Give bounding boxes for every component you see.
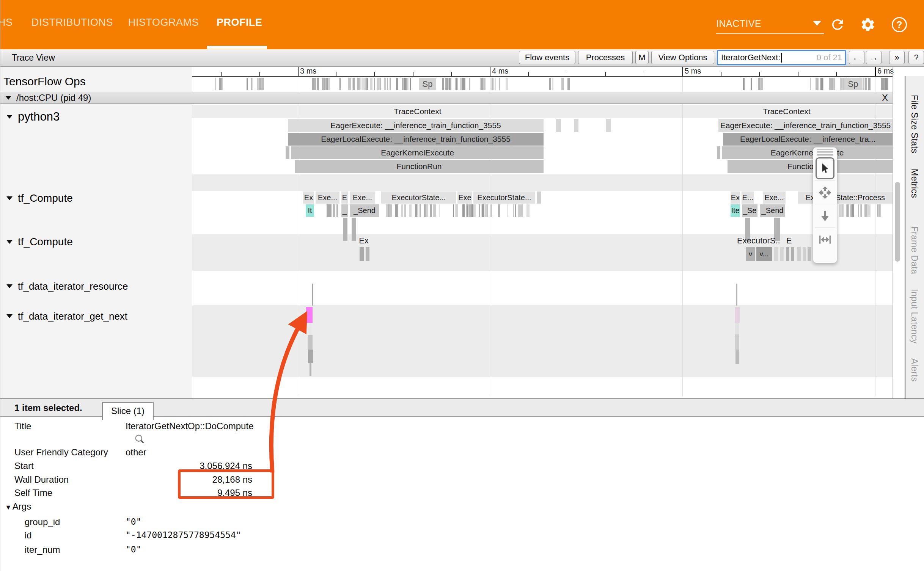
refresh-icon[interactable] (830, 17, 845, 33)
collapse-triangle-icon[interactable] (6, 196, 13, 200)
trace-slice[interactable]: _Send (760, 204, 785, 217)
sidebar-item-tf-compute[interactable]: tf_Compute (6, 235, 73, 249)
trace-slice-tick[interactable] (774, 247, 778, 261)
trace-slice-tick[interactable] (409, 204, 412, 217)
close-icon[interactable]: X (882, 93, 888, 103)
trace-slice-tick[interactable] (308, 323, 312, 335)
trace-slice-tick[interactable] (526, 204, 529, 217)
trace-slice-tick[interactable] (878, 204, 879, 217)
trace-slice-tick[interactable] (831, 78, 833, 90)
trace-slice[interactable]: Exe... (316, 191, 339, 204)
sidebar-item-tf-compute[interactable]: tf_Compute (6, 191, 73, 205)
tab-distributions[interactable]: DISTRIBUTIONS (31, 17, 113, 28)
trace-slice-tick[interactable] (308, 350, 313, 363)
trace-slice-tick[interactable] (863, 78, 864, 90)
trace-slice-tick[interactable] (348, 78, 351, 90)
trace-slice-tick[interactable] (481, 78, 483, 90)
trace-slice[interactable]: ExecutorState::Process (798, 191, 893, 204)
collapse-triangle-icon[interactable] (6, 284, 13, 288)
trace-slice-tick[interactable] (606, 119, 611, 132)
trace-slice-tick[interactable] (370, 78, 372, 90)
trace-slice-tick[interactable] (820, 78, 821, 90)
trace-slice-tick[interactable] (430, 204, 432, 217)
trace-slice-tick[interactable] (247, 78, 248, 90)
trace-slice-tick[interactable] (336, 204, 338, 217)
trace-slice[interactable]: Ite (731, 204, 740, 217)
trace-slice-tick[interactable] (453, 204, 454, 217)
button-processes[interactable]: Processes (578, 51, 633, 64)
sidebar-item-tensorflow-ops[interactable]: TensorFlow Ops (3, 74, 86, 89)
more-button[interactable]: » (889, 51, 905, 64)
trace-slice-tick[interactable] (460, 78, 462, 90)
trace-slice-tick[interactable] (803, 247, 806, 261)
trace-slice-tick[interactable] (398, 204, 399, 217)
trace-slice-tick[interactable] (881, 78, 884, 90)
trace-slice-tick[interactable] (357, 78, 360, 90)
trace-slice-tick[interactable] (519, 204, 521, 217)
trace-slice-tick[interactable] (390, 78, 391, 90)
gear-icon[interactable] (860, 17, 876, 33)
vertical-scrollbar[interactable] (895, 182, 900, 262)
trace-slice-tick[interactable] (405, 78, 406, 90)
trace-slice-tick[interactable] (365, 78, 366, 90)
magnifier-icon[interactable] (134, 433, 145, 445)
trace-slice[interactable]: ExecutorState... (381, 191, 456, 204)
help-icon[interactable]: ? (892, 17, 907, 32)
trace-slice[interactable]: FunctionRun (295, 160, 544, 173)
trace-slice-tick[interactable] (384, 78, 386, 90)
tab-hs[interactable]: HS (0, 17, 13, 28)
trace-slice-tick[interactable] (483, 78, 486, 90)
trace-slice-tick[interactable] (366, 78, 368, 90)
trace-slice-tick[interactable] (829, 78, 831, 90)
trace-slice-tick[interactable] (446, 78, 448, 90)
trace-slice-tick[interactable] (450, 78, 451, 90)
trace-slice-tick[interactable] (758, 78, 759, 90)
trace-slice-tick[interactable] (823, 78, 823, 90)
trace-slice-tick[interactable] (257, 78, 258, 90)
trace-slice-tick[interactable] (735, 334, 739, 350)
trace-slice-tick[interactable] (333, 204, 335, 217)
trace-slice-tick[interactable] (508, 204, 508, 217)
trace-slice-tick[interactable] (818, 78, 819, 90)
trace-slice-tick[interactable] (506, 78, 508, 90)
trace-slice-tick[interactable] (462, 78, 464, 90)
trace-slice[interactable]: _Send (350, 204, 379, 217)
chevron-down-icon[interactable] (813, 21, 821, 26)
trace-slice-tick[interactable] (486, 204, 487, 217)
collapse-triangle-icon[interactable] (6, 240, 13, 244)
trace-slice-tick[interactable] (317, 78, 319, 90)
trace-slice-tick[interactable] (810, 78, 811, 90)
trace-slice-tick[interactable] (821, 78, 823, 90)
trace-slice-tick[interactable] (462, 204, 465, 217)
trace-slice-tick[interactable] (469, 78, 470, 90)
trace-slice-tick[interactable] (396, 78, 398, 90)
trace-slice[interactable]: v... (756, 247, 772, 261)
trace-slice[interactable]: EagerLocalExecute: __inference_train_fun… (288, 133, 544, 146)
trace-slice-tick[interactable] (780, 247, 784, 261)
trace-slice-tick[interactable] (479, 204, 480, 217)
trace-slice-tick[interactable] (567, 78, 570, 90)
trace-slice-tick[interactable] (327, 204, 332, 217)
trace-slice-tick[interactable] (513, 204, 514, 217)
trace-slice-tick[interactable] (343, 218, 347, 241)
trace-slice-tick[interactable] (404, 204, 406, 217)
trace-slice-tick[interactable] (374, 78, 375, 90)
sidebar-item-tf-data-iterator-resource[interactable]: tf_data_iterator_resource (6, 280, 128, 293)
trace-slice-tick[interactable] (717, 146, 720, 159)
trace-slice-tick[interactable] (485, 204, 487, 217)
side-tab-alerts[interactable]: Alerts (909, 358, 919, 382)
side-tab-file-size-stats[interactable]: File Size Stats (909, 95, 919, 154)
zoom-tool-button[interactable] (815, 204, 835, 227)
next-match-button[interactable]: → (866, 51, 882, 64)
trace-slice-tick[interactable] (439, 204, 440, 217)
trace-slice-tick[interactable] (847, 204, 849, 217)
trace-slice-tick[interactable] (327, 78, 328, 90)
trace-slice-tick[interactable] (816, 78, 818, 90)
trace-slice-tick[interactable] (286, 146, 289, 159)
trace-slice[interactable]: It (306, 204, 314, 217)
trace-slice[interactable]: E... (742, 191, 754, 204)
trace-slice-tick[interactable] (490, 204, 492, 217)
process-header[interactable]: /host:CPU (pid 49) X (0, 92, 893, 104)
trace-slice-tick[interactable] (328, 78, 330, 90)
trace-slice[interactable]: EagerKernelExecute (291, 146, 544, 159)
